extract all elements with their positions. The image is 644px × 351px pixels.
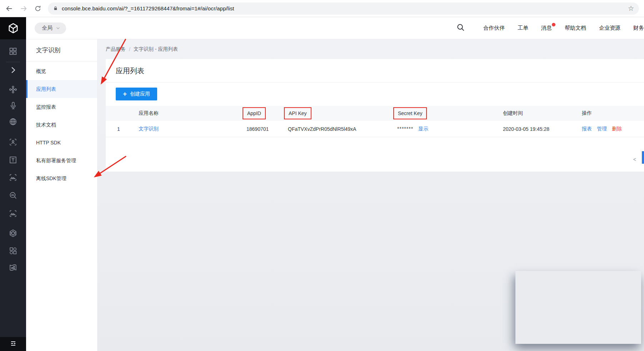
table-header-row: 应用名称 AppID API Key Secret Key 创建时间 操作 <box>106 106 644 121</box>
breadcrumb-current-page: 文字识别 - 应用列表 <box>134 46 178 53</box>
address-bar[interactable]: console.bce.baidu.com/ai/?_=161172926844… <box>48 3 639 15</box>
apps-grid-icon[interactable] <box>9 46 18 56</box>
sidebar-item-app-list[interactable]: 应用列表 <box>26 80 97 98</box>
nav-item-tickets[interactable]: 工单 <box>518 25 528 31</box>
app-list-card: 应用列表 + 创建应用 应用名称 AppID API Key Secret Ke… <box>106 59 644 172</box>
knowledge-graph-icon[interactable] <box>9 228 18 238</box>
search-icon <box>456 23 465 31</box>
region-selector[interactable]: 全局 <box>35 23 66 34</box>
toolbar: + 创建应用 <box>106 83 644 100</box>
console-header: 全局 合作伙伴 工单 消息 帮助文档 企业资源 财务 <box>0 17 644 39</box>
app-name-link-text[interactable]: 文字识别 <box>139 126 159 132</box>
sidebar-item-tech-docs[interactable]: 技术文档 <box>26 116 97 134</box>
image-recognition-icon[interactable] <box>9 173 18 182</box>
app-name-link: 文字识别 <box>139 126 246 132</box>
baidu-cloud-logo[interactable] <box>0 17 26 39</box>
pagination-prev-button[interactable]: < <box>633 157 636 162</box>
page-title: 应用列表 <box>106 59 644 83</box>
row-actions: 报表 管理 删除 <box>582 126 644 132</box>
nav-item-partners[interactable]: 合作伙伴 <box>483 25 505 31</box>
product-sidebar: 文字识别 概览 应用列表 监控报表 技术文档 HTTP SDK 私有部署服务管理… <box>26 39 98 351</box>
pagination-current-page-button[interactable] <box>642 151 644 164</box>
lock-icon <box>53 6 58 11</box>
nav-item-enterprise[interactable]: 企业资源 <box>599 25 620 31</box>
product-icon-rail <box>0 39 26 351</box>
bookmark-star-icon[interactable]: ☆ <box>628 5 634 12</box>
card-header: 应用列表 <box>106 59 644 83</box>
breadcrumb: 产品服务 / 文字识别 - 应用列表 <box>98 39 644 59</box>
secret-key-masked: ******* <box>397 126 413 132</box>
column-header-name: 应用名称 <box>139 110 246 117</box>
search-button[interactable] <box>456 23 465 33</box>
image-search-icon[interactable] <box>9 191 18 200</box>
show-secret-link[interactable]: 显示 <box>418 126 428 132</box>
language-globe-icon[interactable] <box>9 117 18 126</box>
create-app-button[interactable]: + 创建应用 <box>116 88 157 100</box>
reload-icon <box>34 5 41 12</box>
content-review-icon[interactable] <box>9 209 18 218</box>
sidebar-item-offline-sdk[interactable]: 离线SDK管理 <box>26 169 97 187</box>
secret-key-cell: ******* 显示 <box>397 126 503 132</box>
column-header-actions: 操作 <box>582 110 644 117</box>
breadcrumb-separator: / <box>129 46 130 52</box>
components-icon[interactable] <box>9 246 18 255</box>
browser-forward-button[interactable] <box>19 4 28 13</box>
nav-item-messages[interactable]: 消息 <box>541 25 552 31</box>
forward-arrow-icon <box>20 5 28 13</box>
plus-icon: + <box>123 90 127 97</box>
chevron-down-icon <box>56 26 60 30</box>
sidebar-menu: 概览 应用列表 监控报表 技术文档 HTTP SDK 私有部署服务管理 离线SD… <box>26 61 97 187</box>
rail-bottom-bar <box>0 337 26 351</box>
page: console.bce.baidu.com/ai/?_=161172926844… <box>0 0 644 351</box>
nav-item-finance[interactable]: 财务 <box>633 25 644 31</box>
column-header-secretkey: Secret Key <box>397 110 503 116</box>
annotation-box-secretkey: Secret Key <box>393 107 427 119</box>
column-header-appid: AppID <box>246 110 288 116</box>
column-header-created: 创建时间 <box>503 110 582 117</box>
notification-badge <box>552 23 555 26</box>
overlay-gray-box <box>515 271 641 344</box>
speech-mic-icon[interactable] <box>9 101 18 110</box>
rail-divider <box>6 62 20 62</box>
sidebar-item-http-sdk[interactable]: HTTP SDK <box>26 134 97 152</box>
nav-item-messages-label: 消息 <box>541 25 552 31</box>
ocr-text-icon[interactable] <box>9 155 18 164</box>
easydl-nodes-icon[interactable] <box>9 85 18 94</box>
created-time-value: 2020-03-05 19:45:28 <box>503 126 582 132</box>
url-text: console.bce.baidu.com/ai/?_=161172926844… <box>62 5 624 11</box>
table-row: 1 文字识别 18690701 QFaTVXvZdPrR05dNlR5l49xA… <box>106 121 644 137</box>
header-nav: 合作伙伴 工单 消息 帮助文档 企业资源 财务 <box>456 23 644 33</box>
app-id-value: 18690701 <box>246 126 288 132</box>
browser-reload-button[interactable] <box>34 4 42 13</box>
region-label: 全局 <box>42 25 53 31</box>
annotation-box-apikey: API Key <box>284 107 311 119</box>
menu-expand-icon[interactable] <box>9 339 18 349</box>
browser-toolbar: console.bce.baidu.com/ai/?_=161172926844… <box>0 0 644 17</box>
report-action-link[interactable]: 报表 <box>582 126 592 132</box>
row-index: 1 <box>106 126 139 132</box>
delete-action-link[interactable]: 删除 <box>612 126 622 132</box>
breadcrumb-product-services[interactable]: 产品服务 <box>106 46 126 53</box>
face-frame-icon[interactable] <box>9 137 18 147</box>
data-map-icon[interactable] <box>9 263 18 272</box>
cloud-cube-icon <box>8 23 19 34</box>
column-header-apikey: API Key <box>288 110 397 116</box>
sidebar-title: 文字识别 <box>26 39 97 61</box>
manage-action-link[interactable]: 管理 <box>597 126 607 132</box>
sidebar-item-overview[interactable]: 概览 <box>26 62 97 80</box>
nav-item-help-docs[interactable]: 帮助文档 <box>565 25 586 31</box>
browser-back-button[interactable] <box>5 4 14 13</box>
sidebar-item-private-deploy[interactable]: 私有部署服务管理 <box>26 152 97 169</box>
collapse-chevron-icon[interactable] <box>9 65 18 75</box>
api-key-value: QFaTVXvZdPrR05dNlR5l49xA <box>288 126 397 132</box>
app-table: 应用名称 AppID API Key Secret Key 创建时间 操作 1 … <box>106 106 644 137</box>
back-arrow-icon <box>5 5 13 13</box>
create-app-label: 创建应用 <box>130 91 150 97</box>
annotation-box-appid: AppID <box>243 107 266 119</box>
sidebar-item-monitor-report[interactable]: 监控报表 <box>26 98 97 116</box>
